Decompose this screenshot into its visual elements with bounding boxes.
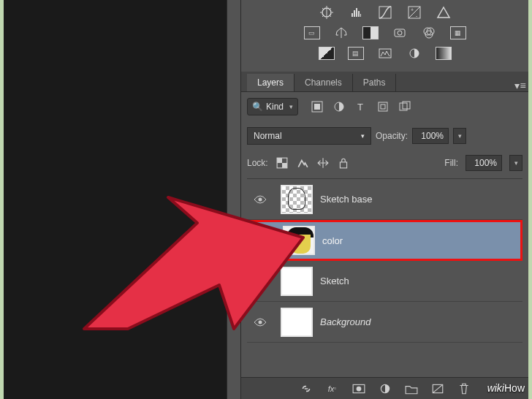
layer-name[interactable]: Background <box>320 316 370 327</box>
tab-layers[interactable]: Layers <box>247 74 294 91</box>
svg-text:-: - <box>416 13 418 18</box>
fill-label: Fill: <box>444 158 458 168</box>
watermark: wikiHow <box>487 382 525 395</box>
svg-point-29 <box>356 386 361 391</box>
new-adjustment-icon[interactable] <box>378 382 392 395</box>
delete-layer-icon[interactable] <box>457 382 471 395</box>
visibility-toggle[interactable] <box>247 317 273 327</box>
svg-point-25 <box>261 239 265 243</box>
layer-thumbnail[interactable] <box>283 226 315 255</box>
lock-all-icon[interactable] <box>337 156 350 170</box>
new-layer-icon[interactable] <box>430 382 445 395</box>
lock-position-icon[interactable] <box>316 156 330 170</box>
panel-divider[interactable] <box>227 0 241 399</box>
layer-name[interactable]: Sketch <box>320 276 349 286</box>
tab-layers-label: Layers <box>257 77 284 88</box>
svg-rect-21 <box>277 158 282 163</box>
app-frame: +- ▭ ▦ ▤ Layers Channels Paths <box>4 0 528 399</box>
filter-adjustment-icon[interactable] <box>332 100 346 113</box>
layers-list: Sketch base color Sketch Background <box>247 179 522 377</box>
exposure-icon[interactable]: +- <box>405 4 424 20</box>
lock-image-icon[interactable] <box>296 156 309 170</box>
layer-row-background[interactable]: Background <box>247 302 522 343</box>
blend-mode-value: Normal <box>254 131 282 141</box>
blend-row: Normal ▾ Opacity: 100% ▾ <box>247 121 522 151</box>
visibility-toggle[interactable] <box>247 276 273 286</box>
tab-paths[interactable]: Paths <box>353 74 397 91</box>
fill-value: 100% <box>474 158 497 168</box>
threshold-icon[interactable] <box>376 45 395 61</box>
filter-type-icon[interactable]: T <box>354 100 368 113</box>
hue-sat-icon[interactable]: ▭ <box>303 25 322 41</box>
layer-row[interactable]: Sketch base <box>247 179 522 220</box>
selective-color-icon[interactable] <box>405 45 424 61</box>
canvas-area <box>4 0 241 399</box>
svg-rect-17 <box>381 104 385 109</box>
watermark-prefix: wiki <box>487 382 504 394</box>
chevron-down-icon: ▾ <box>289 103 293 110</box>
blend-mode-dropdown[interactable]: Normal ▾ <box>247 127 371 145</box>
lock-label: Lock: <box>247 158 268 168</box>
panel-tabs: Layers Channels Paths ▾≡ <box>241 72 528 92</box>
right-panel: +- ▭ ▦ ▤ Layers Channels Paths <box>241 0 528 399</box>
adjustments-grid: +- ▭ ▦ ▤ <box>247 1 522 72</box>
fill-caret[interactable]: ▾ <box>509 155 522 171</box>
layer-thumbnail[interactable] <box>281 308 313 337</box>
layer-fx-icon[interactable]: fx▫ <box>325 382 340 395</box>
curves-icon[interactable] <box>376 4 395 20</box>
levels-icon[interactable] <box>346 4 365 20</box>
document-canvas[interactable] <box>4 0 227 399</box>
opacity-label: Opacity: <box>376 131 408 141</box>
filter-kind-label: Kind <box>266 102 284 112</box>
lock-transparency-icon[interactable] <box>276 156 289 170</box>
link-layers-icon[interactable] <box>299 382 314 395</box>
fill-input[interactable]: 100% <box>466 155 502 171</box>
channel-mixer-icon[interactable] <box>419 25 438 41</box>
svg-point-27 <box>259 320 262 324</box>
layer-thumbnail[interactable] <box>281 267 313 296</box>
panel-menu-icon[interactable]: ▾≡ <box>512 80 528 91</box>
opacity-value: 100% <box>421 131 444 141</box>
opacity-caret[interactable]: ▾ <box>453 128 466 144</box>
layer-thumbnail[interactable] <box>281 185 313 214</box>
layer-row-selected[interactable]: color <box>247 220 522 261</box>
opacity-input[interactable]: 100% <box>412 128 449 144</box>
posterize-icon[interactable]: ▤ <box>346 45 365 61</box>
svg-rect-16 <box>379 102 387 111</box>
filter-shape-icon[interactable] <box>376 100 390 113</box>
layer-name[interactable]: Sketch base <box>320 194 373 205</box>
watermark-suffix: How <box>504 382 525 394</box>
black-white-icon[interactable] <box>361 25 380 41</box>
filter-smart-object-icon[interactable] <box>398 100 412 113</box>
photo-filter-icon[interactable] <box>390 25 409 41</box>
tab-channels[interactable]: Channels <box>294 74 353 91</box>
layer-filter-row: 🔍 Kind ▾ T <box>247 92 522 121</box>
layers-bottombar: fx▫ <box>241 377 528 399</box>
invert-icon[interactable] <box>317 45 336 61</box>
vibrance-icon[interactable] <box>434 4 453 20</box>
visibility-toggle[interactable] <box>249 235 276 246</box>
visibility-toggle[interactable] <box>247 194 273 205</box>
brightness-contrast-icon[interactable] <box>317 4 336 20</box>
svg-point-9 <box>425 31 433 38</box>
svg-text:T: T <box>357 102 363 113</box>
layer-row[interactable]: Sketch <box>247 261 522 302</box>
color-balance-icon[interactable] <box>332 25 351 41</box>
tab-channels-label: Channels <box>305 77 342 88</box>
chevron-down-icon: ▾ <box>361 132 365 140</box>
layer-mask-icon[interactable] <box>352 382 366 395</box>
layer-name[interactable]: color <box>322 235 343 246</box>
svg-text:+: + <box>411 7 414 12</box>
new-group-icon[interactable] <box>404 382 419 395</box>
color-lookup-icon[interactable]: ▦ <box>449 25 468 41</box>
svg-point-24 <box>259 197 262 201</box>
filter-kind-dropdown[interactable]: 🔍 Kind ▾ <box>247 98 298 115</box>
gradient-map-icon[interactable] <box>434 45 453 61</box>
tab-paths-label: Paths <box>363 77 386 88</box>
svg-rect-22 <box>282 163 287 168</box>
svg-rect-13 <box>314 104 320 110</box>
filter-pixel-icon[interactable] <box>310 100 324 113</box>
lock-row: Lock: Fill: 100% ▾ <box>247 151 522 179</box>
svg-point-26 <box>259 279 262 283</box>
search-icon: 🔍 <box>252 102 263 112</box>
